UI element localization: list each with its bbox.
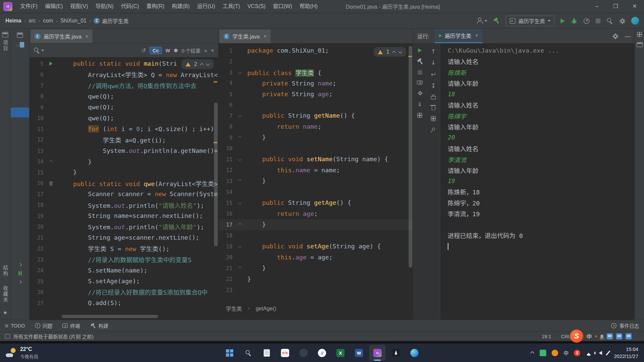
fold-down-icon[interactable]: [238, 71, 241, 74]
code-line-16[interactable]: 16@ public static void qwe(ArrayList<学生类…: [30, 178, 218, 189]
breadcrumb-item-3[interactable]: ShiXun_01: [60, 18, 87, 24]
toolbox-icon[interactable]: [616, 333, 622, 339]
wifi-icon[interactable]: [586, 350, 592, 356]
code-line-23[interactable]: 23 //将录入的数据赋给学生类中的变量S: [30, 254, 218, 265]
prev-warning-icon[interactable]: [392, 51, 396, 55]
menu-tools[interactable]: 工具(T): [219, 0, 244, 13]
console-line-15[interactable]: 李清流，19: [448, 208, 635, 219]
fold-down-icon[interactable]: [238, 114, 241, 117]
line-number[interactable]: 14: [30, 159, 44, 165]
code-line-6[interactable]: 6: [218, 100, 413, 110]
run-gutter-icon[interactable]: [49, 62, 53, 66]
line-number[interactable]: 15: [30, 169, 44, 175]
error-stripe-mark[interactable]: [214, 81, 217, 82]
next-warning-icon[interactable]: [206, 62, 210, 66]
code-line-14[interactable]: 14 }: [30, 156, 218, 167]
menu-window[interactable]: 窗口(W): [269, 0, 296, 13]
line-number[interactable]: 18: [218, 232, 232, 238]
settings-icon[interactable]: [417, 58, 423, 64]
taskbar-edge-button[interactable]: [406, 345, 423, 361]
code-line-18[interactable]: 18: [218, 230, 413, 241]
console-line-16[interactable]: [448, 219, 635, 230]
code-line-21[interactable]: 21 String age=scanner.nextLine();: [30, 232, 218, 243]
tray-green-app-icon[interactable]: [540, 350, 546, 356]
console-line-8[interactable]: 20: [448, 132, 635, 143]
line-number[interactable]: 3: [218, 69, 232, 75]
search-icon[interactable]: [607, 18, 613, 24]
line-number[interactable]: 10: [218, 145, 232, 152]
code-line-13[interactable]: 13 }: [218, 176, 413, 186]
soft-wrap-icon[interactable]: ↩: [431, 71, 436, 77]
code-line-12[interactable]: 12 this.name = name;: [218, 165, 413, 176]
line-number[interactable]: 13: [218, 178, 232, 184]
line-number[interactable]: 27: [30, 300, 44, 306]
tool-window-button-build[interactable]: 构建: [90, 322, 108, 329]
clock[interactable]: 15:04 2022/11/27: [614, 346, 638, 360]
fold-up-icon[interactable]: [238, 266, 241, 270]
run-button[interactable]: [560, 18, 565, 23]
grid-icon[interactable]: [431, 116, 436, 121]
code-line-17[interactable]: 17 }: [218, 219, 413, 230]
menu-build[interactable]: 构建(B): [168, 0, 193, 13]
chevron-right-icon[interactable]: [18, 280, 21, 284]
coverage-icon[interactable]: [417, 90, 422, 96]
line-number[interactable]: 6: [30, 71, 44, 77]
panel-icon[interactable]: [626, 333, 632, 339]
console-line-13[interactable]: 陈焕新，18: [448, 187, 635, 197]
line-number[interactable]: 22: [218, 276, 232, 282]
event-log-button[interactable]: 事件日志: [611, 322, 639, 329]
breadcrumb-item-2[interactable]: com: [43, 18, 54, 24]
code-line-7[interactable]: 7 public String getName() {: [218, 110, 413, 121]
minimize-button[interactable]: –: [587, 0, 606, 13]
fold-up-icon[interactable]: [238, 136, 241, 139]
mic-icon[interactable]: [600, 334, 603, 338]
console-line-7[interactable]: 请输入年龄: [448, 121, 635, 132]
code-line-13[interactable]: 13 System.out.println(a.getName()+: [30, 145, 218, 156]
tool-window-button-problem[interactable]: !问题: [35, 322, 53, 329]
line-number[interactable]: 11: [218, 156, 232, 162]
breadcrumb-item-0[interactable]: Heima: [5, 18, 22, 24]
tool-button-favorites[interactable]: 收藏夹: [2, 286, 9, 303]
taskbar-start-button[interactable]: [221, 345, 238, 361]
build-hammer-icon[interactable]: [493, 18, 499, 24]
tab-traverse-student[interactable]: C 遍历学生类.java ×: [31, 29, 93, 43]
taskbar-notes-button[interactable]: 975: [277, 345, 293, 361]
kugou-tray-icon[interactable]: S: [574, 350, 581, 356]
taskbar-explorer-button[interactable]: [258, 345, 275, 361]
code-line-17[interactable]: 17 Scanner scanner = new Scanner(Syste: [30, 189, 218, 199]
avatar[interactable]: [631, 17, 639, 24]
line-number[interactable]: 14: [218, 189, 232, 195]
print-icon[interactable]: [431, 96, 436, 100]
project-tool-icon[interactable]: [2, 32, 8, 38]
user-menu[interactable]: [476, 18, 487, 24]
code-line-20[interactable]: 20 System.out.println("请输入年龄");: [30, 222, 218, 232]
caret-position[interactable]: 19:1: [542, 334, 551, 339]
console-line-5[interactable]: 请输入姓名: [448, 100, 635, 110]
console-line-2[interactable]: 陈焕新: [448, 67, 635, 78]
line-number[interactable]: 7: [30, 82, 44, 88]
scroll-end-icon[interactable]: ↧: [431, 83, 436, 88]
menu-view[interactable]: 视图(V): [66, 0, 92, 13]
line-number[interactable]: 7: [218, 113, 232, 119]
taskbar-excel-button[interactable]: X: [332, 345, 349, 361]
project-panel-collapsed[interactable]: [11, 29, 30, 320]
code-line-24[interactable]: 24 S.setName(name);: [30, 265, 218, 276]
project-selected-row[interactable]: [11, 108, 29, 117]
console-line-3[interactable]: 请输入年龄: [448, 78, 635, 88]
tool-window-button-todo[interactable]: ≡TODO: [5, 322, 25, 329]
code-editor-left[interactable]: 2 5 public static void main(Stri6 ArrayL…: [30, 57, 218, 319]
run-settings-gear-icon[interactable]: [612, 33, 618, 39]
console-line-17[interactable]: 进程已结束，退出代码为 0: [448, 230, 635, 241]
code-line-10[interactable]: 10 qwe(Q);: [30, 113, 218, 123]
editor-breadcrumb-item-1[interactable]: getAge(): [256, 305, 276, 311]
code-line-15[interactable]: 15 public String getAge() {: [218, 197, 413, 208]
breadcrumb-item-1[interactable]: src: [28, 18, 36, 24]
star-icon[interactable]: ★: [3, 309, 7, 315]
tool-window-button-terminal[interactable]: 终端: [62, 322, 80, 329]
line-number[interactable]: 23: [218, 287, 232, 293]
console-caret-line[interactable]: [448, 241, 635, 252]
line-number[interactable]: 2: [218, 58, 232, 64]
search-input[interactable]: [34, 47, 138, 53]
console-line-9[interactable]: 请输入姓名: [448, 143, 635, 154]
code-line-3[interactable]: 3public class 学生类 {: [218, 67, 413, 78]
